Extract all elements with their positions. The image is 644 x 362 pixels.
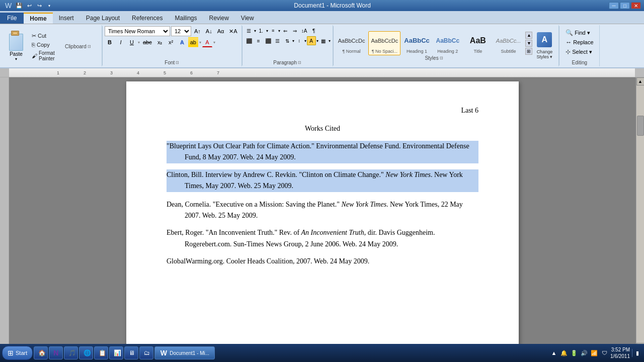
paste-dropdown-arrow[interactable]: ▾ [15, 57, 17, 61]
styles-more[interactable]: ⊞ [525, 48, 532, 55]
tray-icon-1[interactable]: ▲ [550, 349, 558, 357]
font-size-select[interactable]: 12 [171, 26, 191, 36]
taskbar-app-3[interactable]: 🎵 [64, 346, 78, 359]
save-quick-btn[interactable]: 💾 [15, 1, 24, 10]
styles-scroll-up[interactable]: ▲ [525, 32, 532, 39]
superscript-btn[interactable]: x² [166, 37, 176, 47]
taskbar-app-5[interactable]: 📋 [94, 346, 108, 359]
tab-home[interactable]: Home [24, 13, 52, 24]
shading-btn[interactable]: A [307, 36, 316, 45]
style-title[interactable]: AaB Title [463, 31, 493, 55]
style-heading1[interactable]: AaBbCc Heading 1 [401, 31, 432, 55]
decrease-indent-btn[interactable]: ⇐ [281, 26, 290, 35]
tray-icon-network[interactable]: 📶 [590, 349, 598, 357]
restore-btn[interactable]: □ [620, 2, 630, 9]
paragraph-expander[interactable]: ⊡ [298, 60, 301, 65]
taskbar-app-browser[interactable]: 🌐 [79, 346, 93, 359]
find-button[interactable]: 🔍 Find ▾ [564, 28, 592, 37]
style-no-spacing[interactable]: AaBbCcDc ¶ No Spaci... [368, 31, 400, 55]
style-heading2[interactable]: AaBbCc Heading 2 [433, 31, 462, 55]
change-case-btn[interactable]: Aα [215, 26, 226, 36]
tab-mailings[interactable]: Mailings [169, 13, 203, 24]
taskbar-word-active[interactable]: W Document1 - Mi... [154, 346, 215, 359]
tray-icon-4[interactable]: 🔊 [580, 349, 588, 357]
font-family-select[interactable]: Times New Roman [105, 26, 170, 36]
strikethrough-btn[interactable]: abc [141, 37, 154, 47]
text-direction-btn[interactable]: ⇅ [283, 36, 292, 45]
font-color-btn[interactable]: A [202, 37, 212, 47]
styles-scroll-down[interactable]: ▼ [525, 40, 532, 47]
tray-icon-2[interactable]: 🔔 [560, 349, 568, 357]
numbering-dropdown[interactable]: ▾ [266, 29, 268, 33]
scroll-track [636, 85, 644, 343]
taskbar-app-6[interactable]: 📊 [109, 346, 123, 359]
clear-formatting-btn[interactable]: ✕A [227, 26, 239, 36]
justify-btn[interactable]: ☰ [273, 36, 282, 45]
clipboard-expander[interactable]: ⊡ [88, 44, 91, 49]
bold-btn[interactable]: B [105, 37, 115, 47]
style-normal[interactable]: AaBbCcDc ¶ Normal [336, 31, 368, 55]
change-styles-button[interactable]: A ChangeStyles ▾ [532, 30, 556, 61]
highlight-btn[interactable]: ab [188, 37, 198, 47]
styles-expander[interactable]: ⊡ [440, 56, 443, 60]
tab-review[interactable]: Review [203, 13, 234, 24]
scroll-thumb[interactable] [637, 116, 644, 136]
multilevel-btn[interactable]: ≡ [269, 26, 278, 35]
line-spacing-dropdown[interactable]: ▾ [304, 39, 306, 43]
text-direction-dropdown[interactable]: ▾ [292, 39, 294, 43]
font-expander[interactable]: ⊡ [176, 60, 179, 65]
align-center-btn[interactable]: ≡ [254, 36, 263, 45]
grow-font-btn[interactable]: A↑ [192, 26, 203, 36]
bullets-btn[interactable]: ☰ [245, 26, 254, 35]
tab-references[interactable]: References [126, 13, 169, 24]
show-formatting-btn[interactable]: ¶ [309, 26, 318, 35]
cut-button[interactable]: ✂ Cut [30, 32, 56, 40]
sort-btn[interactable]: ↕A [300, 26, 309, 35]
tab-page-layout[interactable]: Page Layout [80, 13, 126, 24]
tab-view[interactable]: View [235, 13, 260, 24]
borders-btn[interactable]: ▦ [319, 36, 328, 45]
tray-icon-5[interactable]: 🛡 [600, 349, 608, 357]
quick-access-toolbar: W 💾 ↩ ↪ ▾ [3, 1, 56, 10]
taskbar-app-onenote[interactable]: N [49, 346, 63, 359]
scroll-up-arrow[interactable]: ▲ [636, 77, 645, 85]
tab-insert[interactable]: Insert [53, 13, 80, 24]
shading-dropdown[interactable]: ▾ [316, 39, 318, 43]
increase-indent-btn[interactable]: ⇒ [290, 26, 299, 35]
subscript-btn[interactable]: x₂ [155, 37, 165, 47]
bullets-dropdown[interactable]: ▾ [254, 29, 256, 33]
underline-btn[interactable]: U [127, 37, 137, 47]
numbering-btn[interactable]: 1. [257, 26, 266, 35]
tab-file[interactable]: File [0, 13, 24, 24]
redo-btn[interactable]: ↪ [35, 1, 44, 10]
italic-btn[interactable]: I [116, 37, 126, 47]
select-button[interactable]: ⊹ Select ▾ [564, 47, 594, 56]
taskbar-app-8[interactable]: 🗂 [139, 346, 153, 359]
bib-entry-3: Dean, Cornelia. "Executive on a Mission:… [167, 199, 478, 222]
copy-button[interactable]: ⎘ Copy [30, 41, 56, 49]
borders-dropdown[interactable]: ▾ [329, 39, 331, 43]
tray-icon-3[interactable]: 🔋 [570, 349, 578, 357]
minimize-btn[interactable]: ─ [609, 2, 619, 9]
shrink-font-btn[interactable]: A↓ [204, 26, 214, 36]
align-right-btn[interactable]: ⬛ [264, 36, 273, 45]
document-scroll[interactable]: Last 6 Works Cited "Blueprint Lays Out C… [9, 77, 636, 351]
scrollbar-vertical[interactable]: ▲ ▼ [636, 77, 644, 351]
close-btn[interactable]: ✕ [631, 2, 641, 9]
text-effect-btn[interactable]: A [177, 37, 187, 47]
line-spacing-btn[interactable]: ↕ [295, 36, 304, 45]
show-desktop-btn[interactable]: ▮ [632, 349, 640, 357]
multilevel-dropdown[interactable]: ▾ [278, 29, 280, 33]
page-title: Works Cited [167, 125, 478, 133]
replace-button[interactable]: ↔ Replace [564, 38, 595, 47]
paste-button[interactable]: Paste ▾ [4, 30, 28, 62]
system-clock[interactable]: 3:52 PM 1/6/2011 [610, 346, 630, 359]
style-subtitle[interactable]: AaBbCc... Subtitle [494, 31, 524, 55]
taskbar-app-7[interactable]: 🖥 [124, 346, 138, 359]
undo-btn[interactable]: ↩ [25, 1, 34, 10]
taskbar-app-1[interactable]: 🏠 [34, 346, 48, 359]
align-left-btn[interactable]: ⬛ [245, 36, 254, 45]
customize-qa-btn[interactable]: ▾ [45, 1, 54, 10]
format-painter-button[interactable]: 🖌 Format Painter [30, 49, 56, 62]
start-button[interactable]: ⊞ Start [2, 346, 33, 360]
